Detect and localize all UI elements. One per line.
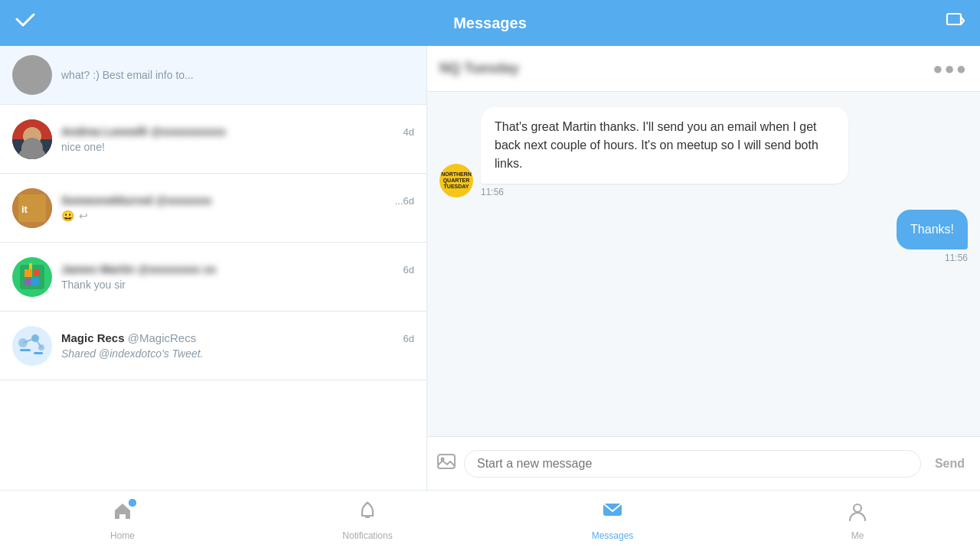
- home-notification-dot: [129, 499, 136, 507]
- svg-rect-21: [20, 349, 31, 351]
- avatar: NORTHERNQUARTERTUESDAY: [439, 164, 473, 197]
- avatar: [12, 119, 52, 159]
- conv-body: Andrea Leonelli @xxxxxxxxxx 4d nice one!: [61, 125, 414, 153]
- page-title: Messages: [453, 15, 527, 32]
- conv-meta: Andrea Leonelli @xxxxxxxxxx 4d: [61, 125, 414, 138]
- nav-label-me: Me: [851, 530, 864, 541]
- avatar: it: [12, 188, 52, 228]
- bell-icon: [357, 500, 378, 527]
- svg-point-26: [367, 502, 369, 504]
- conv-time: 6d: [403, 333, 414, 344]
- list-item[interactable]: James Martin @xxxxxxxx xx 6d Thank you s…: [0, 243, 426, 311]
- conv-name: Someoneblurred @xxxxxxx: [61, 194, 211, 207]
- conv-name: James Martin @xxxxxxxx xx: [61, 262, 216, 276]
- conv-body: Someoneblurred @xxxxxxx ...6d 😀 ↩: [61, 194, 414, 222]
- conversation-list: what? :) Best email info to... Andrea Le…: [0, 46, 427, 490]
- message-input[interactable]: [464, 450, 921, 478]
- svg-point-4: [18, 147, 46, 159]
- avatar: [12, 257, 52, 297]
- nav-item-me[interactable]: Me: [735, 500, 980, 541]
- compose-icon[interactable]: [945, 10, 966, 36]
- avatar: [12, 326, 52, 366]
- avatar: [12, 55, 52, 95]
- list-item[interactable]: it Someoneblurred @xxxxxxx ...6d 😀 ↩: [0, 174, 426, 243]
- nav-label-notifications: Notifications: [342, 530, 392, 541]
- svg-point-15: [12, 326, 52, 366]
- chat-input-area: Send: [427, 436, 980, 490]
- options-icon[interactable]: ●●●: [933, 59, 968, 79]
- main-content: what? :) Best email info to... Andrea Le…: [0, 46, 980, 490]
- conv-time: 4d: [403, 126, 414, 138]
- chat-partner-name: NQ Tuesday: [439, 60, 933, 77]
- messages-icon: [602, 500, 623, 527]
- chat-header: NQ Tuesday ●●●: [427, 46, 980, 92]
- reply-icon: ↩: [79, 210, 88, 222]
- conv-name: Andrea Leonelli @xxxxxxxxxx: [61, 125, 226, 138]
- conv-preview: Shared @indexdotco's Tweet.: [61, 347, 414, 360]
- home-icon: [112, 500, 133, 527]
- message-row: NORTHERNQUARTERTUESDAY That's great Mart…: [439, 107, 968, 197]
- image-attach-icon[interactable]: [436, 452, 456, 476]
- send-button[interactable]: Send: [929, 457, 971, 471]
- svg-rect-11: [34, 269, 40, 276]
- conv-preview: Thank you sir: [61, 279, 414, 291]
- header: Messages: [0, 0, 980, 46]
- message-time: 11:56: [481, 187, 504, 197]
- svg-point-3: [23, 127, 41, 145]
- conv-meta: Magic Recs @MagicRecs 6d: [61, 331, 414, 344]
- conv-preview: what? :) Best email info to...: [61, 69, 194, 81]
- conv-body: Magic Recs @MagicRecs 6d Shared @indexdo…: [61, 331, 414, 360]
- chat-messages: NORTHERNQUARTERTUESDAY That's great Mart…: [427, 92, 980, 436]
- list-item[interactable]: what? :) Best email info to...: [0, 46, 426, 105]
- nav-item-home[interactable]: Home: [0, 500, 245, 541]
- nav-item-notifications[interactable]: Notifications: [245, 500, 490, 541]
- conv-name: Magic Recs @MagicRecs: [61, 331, 196, 344]
- svg-rect-0: [947, 14, 961, 24]
- message-bubble: That's great Martin thanks. I'll send yo…: [481, 107, 848, 184]
- nav-label-home: Home: [110, 530, 135, 541]
- bottom-nav: Home Notifications Messages: [0, 490, 980, 551]
- message-row: Thanks! 11:56: [439, 210, 968, 263]
- conv-preview: 😀 ↩: [61, 210, 414, 222]
- svg-rect-22: [34, 352, 43, 354]
- list-item[interactable]: Magic Recs @MagicRecs 6d Shared @indexdo…: [0, 311, 426, 380]
- message-bubble: Thanks!: [897, 210, 968, 249]
- nav-label-messages: Messages: [592, 530, 634, 541]
- conv-time: ...6d: [395, 195, 414, 207]
- conv-preview: nice one!: [61, 141, 414, 153]
- svg-rect-23: [438, 455, 455, 468]
- list-item[interactable]: Andrea Leonelli @xxxxxxxxxx 4d nice one!: [0, 105, 426, 174]
- svg-point-28: [854, 504, 861, 512]
- message-group: That's great Martin thanks. I'll send yo…: [481, 107, 848, 197]
- message-time: 11:56: [945, 253, 968, 263]
- svg-text:it: it: [21, 204, 28, 215]
- message-group: Thanks! 11:56: [897, 210, 968, 263]
- profile-icon: [847, 500, 868, 527]
- conv-meta: Someoneblurred @xxxxxxx ...6d: [61, 194, 414, 207]
- conv-time: 6d: [403, 264, 414, 276]
- svg-point-13: [31, 277, 40, 286]
- svg-rect-2: [12, 139, 52, 159]
- back-icon[interactable]: [14, 10, 35, 36]
- svg-rect-14: [29, 263, 32, 269]
- conv-meta: James Martin @xxxxxxxx xx 6d: [61, 262, 414, 276]
- conv-body: James Martin @xxxxxxxx xx 6d Thank you s…: [61, 262, 414, 291]
- chat-panel: NQ Tuesday ●●● NORTHERNQUARTERTUESDAY Th…: [427, 46, 980, 490]
- svg-rect-10: [24, 269, 32, 277]
- svg-rect-25: [365, 516, 370, 518]
- nav-item-messages[interactable]: Messages: [490, 500, 735, 541]
